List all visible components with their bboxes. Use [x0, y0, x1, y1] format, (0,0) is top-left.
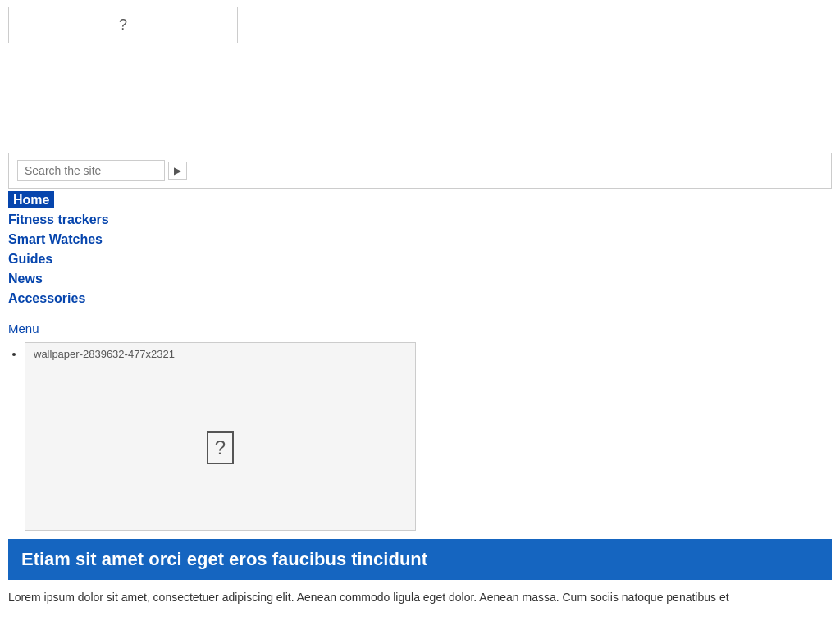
- image-center: ?: [25, 365, 415, 530]
- image-placeholder: wallpaper-2839632-477x2321 ?: [25, 342, 416, 531]
- nav-item-fitness[interactable]: Fitness trackers: [8, 212, 832, 227]
- social-item[interactable]: [8, 58, 840, 73]
- content-list-item: wallpaper-2839632-477x2321 ?: [25, 342, 832, 531]
- nav-item-accessories[interactable]: Accessories: [8, 291, 832, 306]
- nav-link-guides[interactable]: Guides: [8, 252, 52, 266]
- nav-link-news[interactable]: News: [8, 272, 43, 285]
- nav-item-smartwatches[interactable]: Smart Watches: [8, 232, 832, 247]
- top-header: ?: [0, 0, 840, 50]
- social-item[interactable]: [8, 76, 840, 91]
- content-list: wallpaper-2839632-477x2321 ?: [8, 342, 832, 531]
- image-broken-icon: ?: [207, 431, 234, 464]
- content-area: wallpaper-2839632-477x2321 ? Etiam sit a…: [0, 342, 840, 614]
- main-nav: Home Fitness trackers Smart Watches Guid…: [0, 189, 840, 315]
- social-item[interactable]: [8, 130, 840, 145]
- logo: ?: [8, 7, 238, 43]
- nav-item-home[interactable]: Home: [8, 193, 832, 208]
- search-button[interactable]: ▶: [168, 162, 187, 180]
- logo-icon: ?: [119, 16, 127, 34]
- featured-excerpt: Lorem ipsum dolor sit amet, consectetuer…: [8, 580, 832, 614]
- nav-link-fitness[interactable]: Fitness trackers: [8, 212, 109, 226]
- social-list: [0, 50, 840, 153]
- nav-link-accessories[interactable]: Accessories: [8, 291, 85, 305]
- nav-link-home[interactable]: Home: [8, 191, 54, 208]
- menu-toggle[interactable]: Menu: [0, 315, 48, 342]
- nav-item-news[interactable]: News: [8, 272, 832, 286]
- search-bar: ▶: [8, 153, 832, 189]
- featured-title: Etiam sit amet orci eget eros faucibus t…: [8, 539, 832, 580]
- search-input[interactable]: [17, 160, 165, 181]
- social-item[interactable]: [8, 112, 840, 127]
- nav-item-guides[interactable]: Guides: [8, 252, 832, 267]
- image-filename: wallpaper-2839632-477x2321: [25, 343, 415, 365]
- social-item[interactable]: [8, 94, 840, 109]
- nav-link-smartwatches[interactable]: Smart Watches: [8, 232, 103, 246]
